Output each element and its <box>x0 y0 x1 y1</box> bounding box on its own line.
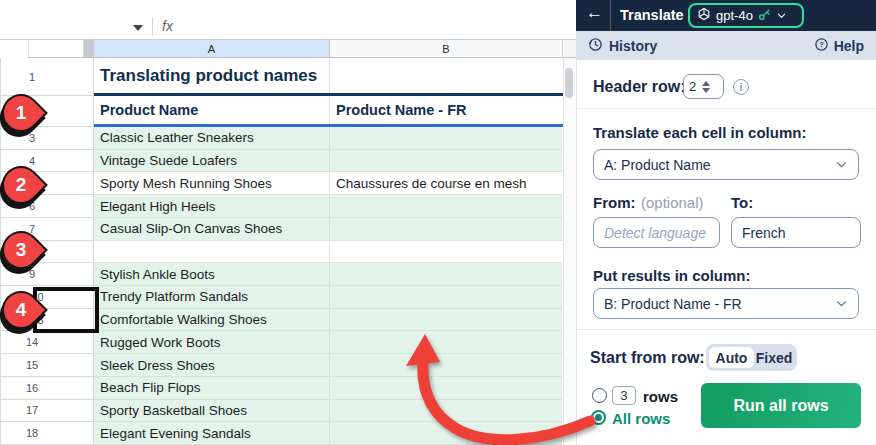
row-number: 16 <box>26 382 38 394</box>
row-header[interactable]: 1 <box>0 58 94 96</box>
row-header[interactable]: 18 <box>0 422 94 445</box>
rows-count-input[interactable]: 3 <box>612 386 636 405</box>
fixed-segment[interactable]: Fixed <box>754 347 794 368</box>
run-all-rows-button[interactable]: Run all rows <box>701 383 861 428</box>
cell-a15[interactable]: Sleek Dress Shoes <box>94 354 330 377</box>
cell-b16[interactable] <box>330 377 562 400</box>
cell-b17[interactable] <box>330 400 562 423</box>
cell-b18[interactable] <box>330 422 562 445</box>
section-divider <box>576 108 876 109</box>
cell-a10[interactable]: Trendy Platform Sandals <box>94 286 330 309</box>
cell-a18[interactable]: Elegant Evening Sandals <box>94 422 330 445</box>
all-rows-label[interactable]: All rows <box>612 410 670 427</box>
sheet-row: 2Product NameProduct Name - FR <box>0 96 563 127</box>
sheet-row: 15Sleek Dress Shoes <box>0 354 563 377</box>
history-bar: History ? Help <box>576 31 876 60</box>
cell-b7[interactable] <box>330 218 562 241</box>
stepper-arrows[interactable] <box>702 81 710 93</box>
info-icon[interactable]: i <box>733 79 749 95</box>
back-arrow-icon[interactable]: ← <box>586 3 603 23</box>
vertical-scrollbar[interactable] <box>563 58 576 445</box>
cell-a4[interactable]: Vintage Suede Loafers <box>94 150 330 173</box>
row-header[interactable]: 17 <box>0 400 94 423</box>
cell-a17[interactable]: Sporty Basketball Shoes <box>94 400 330 423</box>
cell-b3[interactable] <box>330 127 562 150</box>
source-column-select[interactable]: A: Product Name <box>593 149 859 180</box>
cell-a7[interactable]: Casual Slip-On Canvas Shoes <box>94 218 330 241</box>
cell-a2[interactable]: Product Name <box>94 96 330 124</box>
header-row-stepper[interactable]: 2 <box>683 74 724 99</box>
chevron-down-icon <box>835 297 848 310</box>
sheet-row: 1Translating product names <box>0 58 563 96</box>
row-number: 17 <box>26 404 38 416</box>
svg-text:?: ? <box>819 40 824 49</box>
namebox-dropdown-icon[interactable] <box>133 25 143 31</box>
sheet-row: 6Elegant High Heels <box>0 195 563 218</box>
row-number: 3 <box>29 132 35 144</box>
stepper-down-icon[interactable] <box>702 88 710 93</box>
cell-a13[interactable]: Comfortable Walking Shoes <box>94 309 330 332</box>
corner-band <box>84 40 94 58</box>
select-all-corner[interactable] <box>28 40 84 58</box>
cell-a5[interactable]: Sporty Mesh Running Shoes <box>94 172 330 195</box>
help-label: Help <box>834 38 864 54</box>
history-clock-icon <box>588 37 603 55</box>
cell-b4[interactable] <box>330 150 562 173</box>
cell-a3[interactable]: Classic Leather Sneakers <box>94 127 330 150</box>
to-label: To: <box>731 194 753 211</box>
cell-b15[interactable] <box>330 354 562 377</box>
cell-b5[interactable]: Chaussures de course en mesh <box>330 172 562 195</box>
help-button[interactable]: ? Help <box>814 37 864 55</box>
results-label: Put results in column: <box>593 267 751 284</box>
stepper-up-icon[interactable] <box>702 81 710 86</box>
all-rows-radio[interactable] <box>591 410 606 425</box>
auto-segment[interactable]: Auto <box>709 347 754 368</box>
column-header-a[interactable]: A <box>94 40 330 58</box>
row-header[interactable]: 16 <box>0 377 94 400</box>
row-number: 4 <box>29 155 35 167</box>
help-icon: ? <box>814 37 829 55</box>
history-button[interactable]: History <box>588 37 657 55</box>
sheet-row: 18Elegant Evening Sandals <box>0 422 563 445</box>
n-rows-radio[interactable] <box>592 388 607 403</box>
results-column-select[interactable]: B: Product Name - FR <box>593 288 859 319</box>
row-header[interactable]: 14 <box>0 331 94 354</box>
cell-a9[interactable]: Stylish Ankle Boots <box>94 263 330 286</box>
sheet-row: 9Stylish Ankle Boots <box>0 263 563 286</box>
api-key-icon <box>758 7 771 25</box>
cell-a14[interactable]: Rugged Work Boots <box>94 331 330 354</box>
cell-b1[interactable] <box>330 58 562 93</box>
from-language-input[interactable]: Detect language <box>593 217 720 248</box>
header-row-value: 2 <box>689 79 696 94</box>
results-column-value: B: Product Name - FR <box>604 296 742 312</box>
cutoff-black-rect <box>493 437 518 445</box>
column-headers: A B <box>0 40 576 58</box>
header-divider <box>610 0 611 31</box>
header-row-label: Header row: <box>593 78 685 96</box>
cell-a16[interactable]: Beach Flip Flops <box>94 377 330 400</box>
scrollbar-thumb[interactable] <box>565 68 573 98</box>
history-label: History <box>609 38 657 54</box>
model-selector[interactable]: gpt-4o <box>688 3 804 28</box>
sheet-row: 8 <box>0 241 563 264</box>
sheet-grid: 1Translating product names2Product NameP… <box>0 58 563 445</box>
sheet-row: 17Sporty Basketball Shoes <box>0 400 563 423</box>
cell-b13[interactable] <box>330 309 562 332</box>
cell-a1[interactable]: Translating product names <box>94 58 330 93</box>
panel-title: Translate <box>620 7 684 23</box>
chevron-down-icon <box>776 10 787 21</box>
cell-b14[interactable] <box>330 331 562 354</box>
column-header-b[interactable]: B <box>330 40 563 58</box>
cell-a8[interactable] <box>94 241 330 264</box>
row-number: 14 <box>26 336 38 348</box>
cell-a6[interactable]: Elegant High Heels <box>94 195 330 218</box>
to-language-input[interactable]: French <box>731 217 861 248</box>
row-header[interactable]: 15 <box>0 354 94 377</box>
cell-b8[interactable] <box>330 241 562 264</box>
cell-b10[interactable] <box>330 286 562 309</box>
cell-b6[interactable] <box>330 195 562 218</box>
cell-b9[interactable] <box>330 263 562 286</box>
sheet-row: 4Vintage Suede Loafers <box>0 150 563 173</box>
formula-bar[interactable] <box>0 0 576 40</box>
cell-b2[interactable]: Product Name - FR <box>330 96 562 124</box>
